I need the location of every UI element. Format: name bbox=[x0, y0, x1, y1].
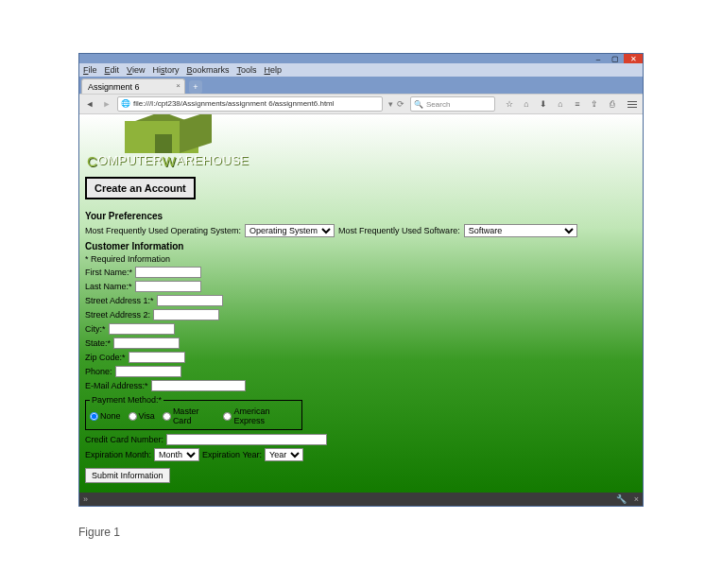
menu-tools[interactable]: Tools bbox=[236, 65, 256, 75]
radio-visa-input[interactable] bbox=[129, 412, 137, 421]
dropdown-icon[interactable]: ▾ bbox=[388, 99, 393, 109]
payment-legend: Payment Method:* bbox=[90, 395, 163, 405]
toolbar: ◄ ► 🌐 file:///I:/cpt238/Assignments/assi… bbox=[79, 94, 643, 114]
back-button[interactable]: ◄ bbox=[83, 97, 96, 111]
radio-none[interactable]: None bbox=[90, 411, 121, 421]
tab-assignment6[interactable]: Assignment 6 × bbox=[81, 78, 185, 94]
radio-amex[interactable]: American Express bbox=[223, 406, 298, 425]
radio-visa[interactable]: Visa bbox=[129, 411, 155, 421]
radio-mastercard[interactable]: Master Card bbox=[163, 406, 216, 425]
star-icon[interactable]: ☆ bbox=[505, 99, 514, 109]
last-name-label: Last Name:* bbox=[85, 282, 132, 291]
exp-year-label: Expiration Year: bbox=[202, 450, 262, 459]
logo-side bbox=[180, 114, 212, 153]
exp-year-select[interactable]: Year bbox=[265, 448, 303, 461]
logo-text: COMPUTERWAREHOUSE bbox=[87, 153, 249, 169]
cc-label: Credit Card Number: bbox=[85, 435, 163, 444]
browser-window: – ▢ ✕ File Edit View History Bookmarks T… bbox=[78, 53, 644, 507]
search-bar[interactable]: 🔍 Search bbox=[410, 96, 495, 112]
menu-bookmarks[interactable]: Bookmarks bbox=[186, 65, 229, 75]
forward-button[interactable]: ► bbox=[100, 97, 113, 111]
city-label: City:* bbox=[85, 324, 106, 334]
hamburger-menu[interactable] bbox=[626, 97, 639, 111]
preferences-row: Most Frequently Used Operating System: O… bbox=[85, 224, 637, 237]
tab-title: Assignment 6 bbox=[88, 82, 140, 92]
first-name-input[interactable] bbox=[135, 267, 201, 278]
search-icon: 🔍 bbox=[414, 100, 423, 109]
cc-input[interactable] bbox=[166, 434, 327, 445]
phone-input[interactable] bbox=[115, 366, 181, 377]
radio-amex-input[interactable] bbox=[223, 412, 232, 421]
sync-icon[interactable]: ⇪ bbox=[590, 99, 599, 109]
toolbar-icons: ☆ ⌂ ⬇ ⌂ ≡ ⇪ ⎙ bbox=[505, 99, 616, 109]
new-tab-button[interactable]: + bbox=[189, 80, 202, 94]
required-note: * Required Information bbox=[85, 254, 637, 264]
software-label: Most Frequently Used Software: bbox=[338, 226, 460, 235]
os-select[interactable]: Operating System bbox=[245, 224, 335, 237]
maximize-button[interactable]: ▢ bbox=[607, 54, 624, 63]
menu-edit[interactable]: Edit bbox=[105, 65, 120, 75]
exp-month-label: Expiration Month: bbox=[85, 450, 151, 459]
tab-close-icon[interactable]: × bbox=[176, 81, 180, 90]
reload-icon[interactable]: ⟳ bbox=[397, 99, 404, 109]
city-input[interactable] bbox=[109, 323, 175, 335]
status-bar: » 🔧 × bbox=[79, 493, 643, 506]
status-chevron-icon[interactable]: » bbox=[83, 494, 88, 504]
pocket-icon[interactable]: ⌂ bbox=[522, 99, 531, 109]
zip-label: Zip Code:* bbox=[85, 353, 126, 362]
close-button[interactable]: ✕ bbox=[624, 54, 643, 63]
state-label: State:* bbox=[85, 338, 111, 348]
tab-strip: Assignment 6 × + bbox=[79, 77, 643, 94]
address2-label: Street Address 2: bbox=[85, 310, 150, 320]
address2-input[interactable] bbox=[153, 309, 219, 320]
phone-label: Phone: bbox=[85, 367, 112, 376]
logo-door bbox=[155, 134, 172, 153]
first-name-label: First Name:* bbox=[85, 268, 132, 277]
create-account-button[interactable]: Create an Account bbox=[85, 177, 196, 199]
email-label: E-Mail Address:* bbox=[85, 381, 148, 390]
software-select[interactable]: Software bbox=[464, 224, 577, 237]
wrench-icon[interactable]: 🔧 bbox=[616, 494, 627, 504]
address1-label: Street Address 1:* bbox=[85, 296, 154, 305]
search-placeholder: Search bbox=[426, 100, 450, 109]
figure-caption: Figure 1 bbox=[78, 526, 120, 539]
minimize-button[interactable]: – bbox=[590, 54, 607, 63]
submit-button[interactable]: Submit Information bbox=[85, 468, 170, 483]
preferences-heading: Your Preferences bbox=[85, 211, 637, 221]
status-close-icon[interactable]: × bbox=[634, 494, 639, 504]
address1-input[interactable] bbox=[157, 295, 223, 306]
zip-input[interactable] bbox=[129, 352, 185, 363]
window-controls: – ▢ ✕ bbox=[79, 54, 643, 63]
payment-radio-group: None Visa Master Card American Express bbox=[90, 406, 298, 425]
state-input[interactable] bbox=[113, 337, 180, 349]
menu-file[interactable]: File bbox=[83, 65, 97, 75]
url-bar[interactable]: 🌐 file:///I:/cpt238/Assignments/assignme… bbox=[117, 96, 383, 112]
logo: COMPUTERWAREHOUSE bbox=[85, 117, 246, 169]
menu-bar: File Edit View History Bookmarks Tools H… bbox=[79, 63, 643, 77]
feed-icon[interactable]: ≡ bbox=[573, 99, 582, 109]
menu-history[interactable]: History bbox=[152, 65, 179, 75]
menu-help[interactable]: Help bbox=[264, 65, 282, 75]
page-content: COMPUTERWAREHOUSE Create an Account Your… bbox=[79, 114, 643, 493]
exp-month-select[interactable]: Month bbox=[154, 448, 199, 461]
menu-view[interactable]: View bbox=[127, 65, 145, 75]
email-input[interactable] bbox=[151, 380, 246, 391]
url-text: file:///I:/cpt238/Assignments/assignment… bbox=[133, 97, 335, 111]
download-icon[interactable]: ⬇ bbox=[539, 99, 548, 109]
home-icon[interactable]: ⌂ bbox=[556, 99, 565, 109]
last-name-input[interactable] bbox=[135, 281, 201, 292]
print-icon[interactable]: ⎙ bbox=[607, 99, 616, 109]
os-label: Most Frequently Used Operating System: bbox=[85, 226, 241, 235]
radio-mastercard-input[interactable] bbox=[163, 412, 171, 421]
customer-info-heading: Customer Information bbox=[85, 241, 637, 251]
radio-none-input[interactable] bbox=[90, 412, 98, 421]
payment-fieldset: Payment Method:* None Visa Master Card A… bbox=[85, 395, 302, 430]
globe-icon: 🌐 bbox=[121, 97, 130, 111]
